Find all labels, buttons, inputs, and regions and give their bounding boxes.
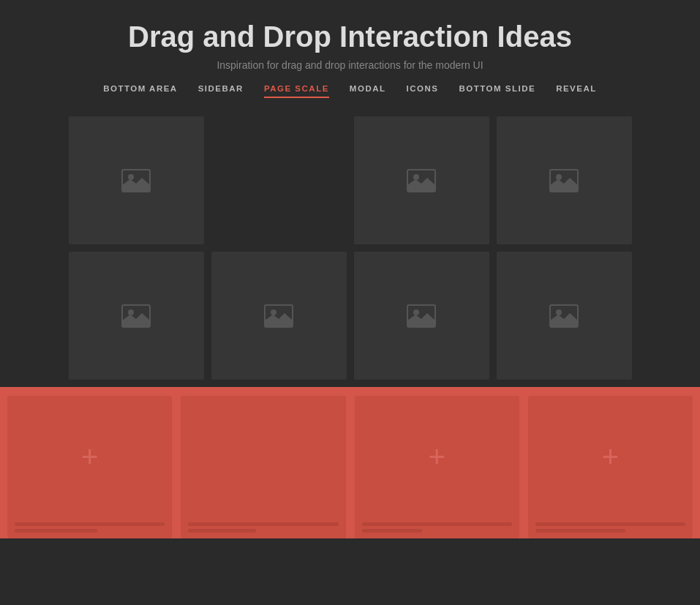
bar-line-half xyxy=(362,529,422,533)
salmon-card[interactable]: + xyxy=(7,396,172,538)
dark-cell xyxy=(69,252,204,380)
plus-icon: + xyxy=(81,442,98,471)
dark-grid-row2 xyxy=(0,252,700,380)
image-placeholder-icon xyxy=(264,304,293,328)
svg-point-7 xyxy=(128,309,134,315)
tab-modal[interactable]: MODAL xyxy=(350,84,386,98)
image-placeholder-icon xyxy=(121,304,151,328)
svg-point-1 xyxy=(128,174,134,180)
svg-point-3 xyxy=(413,174,419,180)
bar-line-half xyxy=(535,529,625,533)
image-placeholder-icon xyxy=(549,304,579,328)
tab-bottom-area[interactable]: BOTTOM AREA xyxy=(103,84,177,98)
dark-cell xyxy=(354,252,489,380)
tab-reveal[interactable]: REVEAL xyxy=(556,84,597,98)
salmon-section: + + xyxy=(0,387,700,538)
dark-cell xyxy=(497,252,632,380)
main-content xyxy=(0,102,700,380)
bar-line-full xyxy=(188,522,338,526)
tab-icons[interactable]: ICONS xyxy=(407,84,439,98)
bar-line-half xyxy=(15,529,97,533)
dark-cell-empty xyxy=(211,116,347,244)
card-footer xyxy=(535,522,685,533)
bar-line-full xyxy=(362,522,512,526)
page-subtitle: Inspiration for drag and drop interactio… xyxy=(15,59,685,71)
bar-line-full xyxy=(15,522,165,526)
svg-point-13 xyxy=(556,309,562,315)
svg-point-9 xyxy=(271,309,276,315)
tab-sidebar[interactable]: SIDEBAR xyxy=(198,84,244,98)
dark-cell xyxy=(354,116,489,244)
salmon-card[interactable]: + xyxy=(528,396,693,538)
svg-point-5 xyxy=(556,174,562,180)
bar-line-half xyxy=(188,529,255,533)
salmon-card[interactable] xyxy=(181,396,345,538)
navigation: BOTTOM AREA SIDEBAR PAGE SCALE MODAL ICO… xyxy=(15,84,685,98)
card-footer xyxy=(15,522,165,533)
tab-page-scale[interactable]: PAGE SCALE xyxy=(264,84,329,98)
card-footer xyxy=(362,522,512,533)
header: Drag and Drop Interaction Ideas Inspirat… xyxy=(0,0,700,98)
salmon-card[interactable]: + xyxy=(355,396,519,538)
image-placeholder-icon xyxy=(407,304,436,328)
image-placeholder-icon xyxy=(407,169,436,192)
image-placeholder-icon xyxy=(121,169,151,192)
dark-cell xyxy=(211,252,347,380)
salmon-grid: + + xyxy=(7,396,693,538)
card-footer xyxy=(188,522,338,533)
page-wrapper: Drag and Drop Interaction Ideas Inspirat… xyxy=(0,0,700,538)
image-placeholder-icon xyxy=(549,169,579,192)
dark-grid-row1 xyxy=(0,116,700,244)
bar-line-full xyxy=(535,522,685,526)
plus-icon: + xyxy=(602,442,619,471)
svg-point-11 xyxy=(413,309,419,315)
tab-bottom-slide[interactable]: BOTTOM SLIDE xyxy=(459,84,535,98)
dark-cell xyxy=(497,116,632,244)
page-title: Drag and Drop Interaction Ideas xyxy=(15,20,685,53)
plus-icon: + xyxy=(428,442,445,471)
dark-cell xyxy=(69,116,204,244)
